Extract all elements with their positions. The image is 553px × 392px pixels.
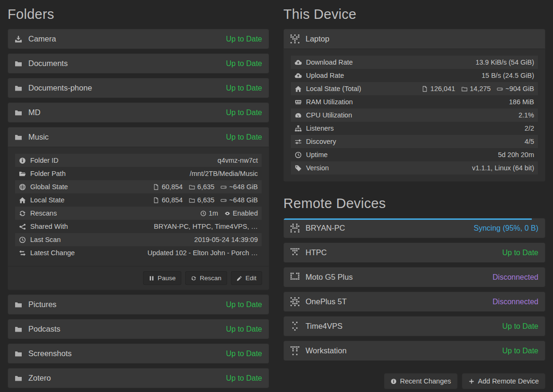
row-download-rate: Download Rate 13.9 KiB/s (54 GiB) [291,56,538,69]
hdd-icon [497,86,503,92]
folder-header-camera[interactable]: Camera Up to Date [8,29,269,49]
device-name: Moto G5 Plus [306,273,353,282]
row-local-state-total: Local State (Total) 126,041 14,275 ~904 … [291,82,538,95]
folder-header-md[interactable]: MD Up to Date [8,103,269,122]
total-size: ~904 GiB [505,85,534,92]
row-ram: RAM Utilization 186 MiB [291,95,538,108]
folder-status: Up to Date [226,35,262,43]
folder-name: Zotero [28,374,51,383]
folder-icon [15,84,22,92]
device-name: OnePlus 5T [306,297,347,306]
folder-panel-screenshots: Screenshots Up to Date [8,343,269,364]
folder-details-music: Folder ID q4vmz-nw7ct Folder Path /mnt/2… [8,147,269,266]
row-label: Latest Change [30,249,75,257]
folder-icon [15,60,22,67]
share-icon [19,223,26,230]
eye-icon [224,210,230,217]
this-device-title: This Device [283,7,545,22]
row-label: Folder ID [30,157,59,164]
folder-path-value: /mnt/2TB/Media/Music [190,170,258,177]
home-icon [19,197,26,204]
last-scan-value: 2019-05-24 14:39:09 [194,236,258,243]
row-rescans: Rescans 1m Enabled [15,207,262,220]
rescan-interval: 1m [209,209,218,217]
device-panel-bryan-pc: BRYAN-PC Syncing (95%, 0 B) [283,218,545,238]
folder-status: Up to Date [226,300,262,309]
folder-header-zotero[interactable]: Zotero Up to Date [8,368,269,388]
folder-outline-icon [189,184,195,190]
row-version: Version v1.1.1, Linux (64 bit) [291,161,538,175]
folder-panel-podcasts: Podcasts Up to Date [8,319,269,339]
remote-devices-title: Remote Devices [283,196,545,211]
clock-icon [19,236,26,243]
folder-panel-documents: Documents Up to Date [8,53,269,74]
device-header-htpc[interactable]: HTPC Up to Date [284,243,545,262]
this-device-details: Download Rate 13.9 KiB/s (54 GiB) Upload… [284,49,545,181]
device-header-moto-g5-plus[interactable]: Moto G5 Plus Disconnected [284,267,545,287]
uptime-value: 5d 20h 20m [498,151,534,158]
device-identicon [290,224,299,233]
folder-header-screenshots[interactable]: Screenshots Up to Date [8,344,269,363]
row-label: Last Scan [30,236,61,243]
row-last-scan: Last Scan 2019-05-24 14:39:09 [15,233,262,246]
this-device-panel: Laptop Download Rate 13.9 KiB/s (54 GiB)… [283,29,545,182]
folders-title: Folders [8,7,269,22]
folder-icon [15,109,22,117]
device-header-workstation[interactable]: Workstation Up to Date [284,341,545,360]
edit-button[interactable]: Edit [231,271,262,285]
device-panel-moto-g5-plus: Moto G5 Plus Disconnected [283,267,545,287]
clock-icon [295,151,302,158]
folder-icon [15,301,22,309]
recent-changes-button[interactable]: Recent Changes [384,373,458,389]
folder-name: Camera [28,34,56,43]
sync-icon [191,275,196,281]
row-latest-change: Latest Change Updated 102 - Elton John -… [15,246,262,259]
folder-header-music[interactable]: Music Up to Date [8,127,269,147]
sync-progress-bar [284,218,532,220]
device-header-oneplus-5t[interactable]: OnePlus 5T Disconnected [284,292,545,311]
info-icon [19,157,26,164]
rescan-watch: Enabled [233,209,258,217]
row-label: Uptime [306,151,328,158]
device-header-time4vps[interactable]: Time4VPS Up to Date [284,317,545,336]
row-label: Version [306,164,329,172]
pencil-icon [237,275,242,281]
device-panel-htpc: HTPC Up to Date [283,242,545,263]
folder-name: Pictures [28,300,57,309]
ram-value: 186 MiB [509,98,534,106]
device-status: Disconnected [493,298,538,306]
row-label: Shared With [30,223,68,230]
cpu-value: 2.1% [519,111,534,119]
device-name: HTPC [306,248,327,257]
device-status: Syncing (95%, 0 B) [474,224,538,233]
device-identicon [290,34,299,43]
row-cpu: CPU Utilization 2.1% [291,108,538,122]
exchange-icon [19,250,26,257]
this-device-header[interactable]: Laptop [284,29,545,49]
folder-name: Podcasts [28,325,60,334]
home-icon [295,85,302,92]
rescan-button[interactable]: Rescan [185,271,227,285]
folder-outline-icon [461,86,468,92]
folder-header-podcasts[interactable]: Podcasts Up to Date [8,319,269,339]
folder-header-documents-phone[interactable]: Documents-phone Up to Date [8,78,269,98]
folder-status: Up to Date [226,59,262,68]
file-icon [153,197,159,203]
upload-rate-value: 15 B/s (24.5 GiB) [482,72,534,79]
folder-name: Music [28,133,49,142]
folder-panel-documents-phone: Documents-phone Up to Date [8,78,269,98]
plus-icon [468,378,475,384]
download-icon [15,35,22,43]
globe-icon [19,183,26,191]
pause-button[interactable]: Pause [143,271,181,285]
right-column: This Device Laptop Download Rate 13.9 Ki… [283,5,545,392]
folder-header-pictures[interactable]: Pictures Up to Date [8,295,269,314]
global-size: ~648 GiB [229,183,258,191]
folder-icon [15,350,22,358]
add-remote-device-button[interactable]: Add Remote Device [462,373,545,389]
hdd-icon [221,197,227,203]
folder-header-documents[interactable]: Documents Up to Date [8,54,269,73]
row-label: Local State [30,196,65,204]
device-header-bryan-pc[interactable]: BRYAN-PC Syncing (95%, 0 B) [284,218,545,238]
row-label: Local State (Total) [306,85,361,92]
